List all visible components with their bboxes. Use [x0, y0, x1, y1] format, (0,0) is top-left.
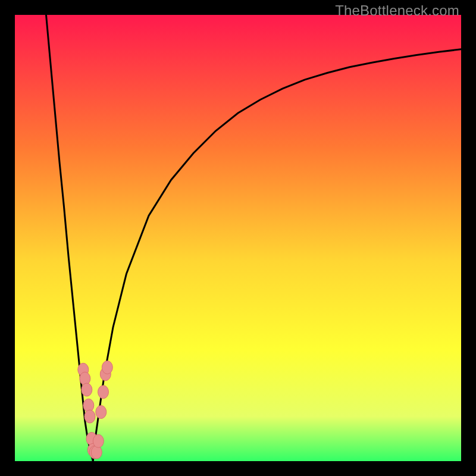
- chart-frame: [15, 15, 461, 461]
- watermark-text: TheBottleneck.com: [335, 2, 459, 19]
- data-marker: [98, 386, 109, 399]
- data-marker: [93, 434, 104, 447]
- data-marker: [84, 410, 95, 423]
- data-marker: [91, 446, 102, 459]
- data-marker: [82, 383, 92, 396]
- data-marker: [96, 406, 107, 419]
- data-marker: [102, 361, 112, 374]
- bottleneck-chart: [15, 15, 461, 461]
- data-marker: [80, 372, 90, 385]
